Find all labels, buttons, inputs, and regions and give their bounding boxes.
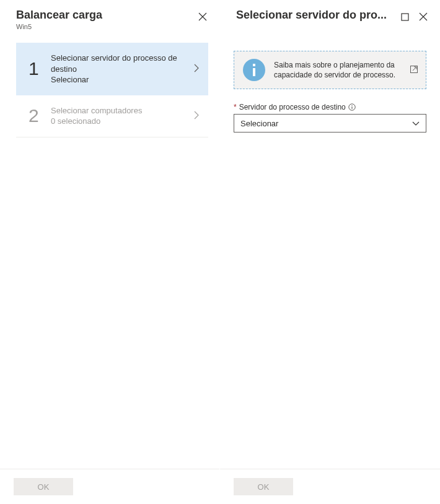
close-button[interactable] [418, 11, 429, 22]
wizard-step-1[interactable]: 1 Selecionar servidor do processo de des… [16, 43, 208, 95]
step-number: 1 [29, 58, 51, 79]
left-header-titles: Balancear carga Win5 [16, 9, 197, 30]
close-icon [198, 12, 207, 21]
target-server-select[interactable]: Selecionar [234, 114, 426, 133]
step-texts: Selecionar servidor do processo de desti… [51, 53, 190, 85]
step-subtitle: Selecionar [51, 74, 190, 85]
ok-button[interactable]: OK [234, 478, 293, 495]
chevron-down-icon [412, 119, 420, 128]
right-header-titles: Selecionar servidor do pro... [236, 9, 400, 22]
field-label: Servidor do processo de destino [239, 103, 346, 111]
right-header-actions [400, 9, 429, 22]
ok-button[interactable]: OK [14, 478, 73, 495]
load-balance-panel: Balancear carga Win5 1 Selecionar servid… [0, 0, 220, 504]
info-icon [242, 58, 266, 82]
right-panel-header: Selecionar servidor do pro... [220, 0, 440, 28]
step-texts: Selecionar computadores 0 selecionado [51, 105, 190, 127]
external-link-icon [410, 65, 418, 76]
info-callout[interactable]: Saiba mais sobre o planejamento da capac… [234, 51, 426, 89]
target-server-field: * Servidor do processo de destino Seleci… [234, 103, 426, 133]
svg-rect-3 [253, 68, 255, 76]
svg-rect-6 [351, 105, 352, 106]
required-indicator: * [234, 103, 237, 111]
step-title: Selecionar servidor do processo de desti… [51, 53, 190, 74]
svg-rect-7 [351, 106, 352, 109]
left-panel-footer: OK [0, 469, 219, 504]
step-number: 2 [29, 105, 51, 126]
svg-rect-0 [402, 14, 408, 20]
wizard-step-2[interactable]: 2 Selecionar computadores 0 selecionado [16, 95, 208, 137]
select-value: Selecionar [240, 119, 278, 128]
right-panel-body: Saiba mais sobre o planejamento da capac… [220, 28, 440, 469]
step-subtitle: 0 selecionado [51, 116, 190, 127]
info-callout-text: Saiba mais sobre o planejamento da capac… [274, 60, 402, 80]
left-panel-body: 1 Selecionar servidor do processo de des… [0, 37, 219, 469]
maximize-icon [401, 13, 409, 21]
chevron-right-icon [193, 110, 200, 122]
field-label-row: * Servidor do processo de destino [234, 103, 426, 111]
right-panel-title: Selecionar servidor do pro... [236, 9, 400, 22]
info-icon[interactable] [348, 103, 356, 111]
chevron-right-icon [193, 63, 200, 75]
left-panel-header: Balancear carga Win5 [0, 0, 219, 37]
left-header-actions [197, 9, 208, 22]
svg-rect-2 [253, 64, 255, 66]
divider [16, 137, 208, 137]
right-panel-footer: OK [220, 469, 440, 504]
left-panel-subtitle: Win5 [16, 23, 197, 30]
wizard-steps: 1 Selecionar servidor do processo de des… [0, 37, 219, 137]
left-panel-title: Balancear carga [16, 9, 197, 22]
close-button[interactable] [197, 11, 208, 22]
select-server-panel: Selecionar servidor do pro... Saiba mais… [220, 0, 440, 504]
maximize-button[interactable] [400, 12, 410, 22]
step-title: Selecionar computadores [51, 105, 190, 116]
close-icon [419, 12, 428, 21]
